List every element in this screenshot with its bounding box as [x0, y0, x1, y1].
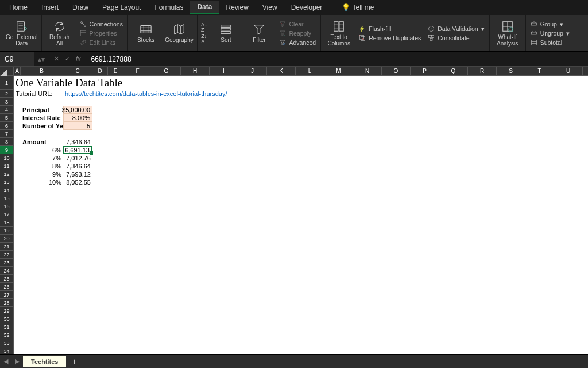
subtotal-button[interactable]: Subtotal — [529, 39, 571, 47]
row-header-34[interactable]: 34 — [0, 347, 14, 354]
row-header-1[interactable]: 1 — [0, 76, 14, 90]
col-header-L[interactable]: L — [296, 67, 324, 76]
row-header-26[interactable]: 26 — [0, 283, 14, 291]
menu-insert[interactable]: Insert — [34, 1, 65, 14]
menu-developer[interactable]: Developer — [284, 1, 330, 14]
years-label[interactable]: Number of Years — [21, 122, 63, 130]
row-header-8[interactable]: 8 — [0, 138, 14, 146]
col-header-F[interactable]: F — [123, 67, 152, 76]
tell-me[interactable]: 💡 Tell me — [335, 1, 381, 14]
col-header-M[interactable]: M — [324, 67, 353, 76]
row-header-19[interactable]: 19 — [0, 227, 14, 235]
col-header-V[interactable]: V — [583, 67, 588, 76]
table-amt[interactable]: 7,693.12 — [63, 170, 92, 178]
row-header-32[interactable]: 32 — [0, 331, 14, 339]
col-header-U[interactable]: U — [554, 67, 583, 76]
tutorial-url[interactable]: https://techtites.com/data-tables-in-exc… — [63, 90, 267, 98]
row-header-5[interactable]: 5 — [0, 114, 14, 122]
what-if-button[interactable]: What-If Analysis — [493, 20, 522, 47]
row-header-20[interactable]: 20 — [0, 235, 14, 243]
menu-home[interactable]: Home — [2, 1, 34, 14]
col-header-O[interactable]: O — [382, 67, 411, 76]
table-amt[interactable]: 7,012.76 — [63, 154, 92, 162]
row-header-9[interactable]: 9 — [0, 146, 14, 154]
col-header-T[interactable]: T — [525, 67, 554, 76]
ungroup-button[interactable]: Ungroup ▾ — [529, 29, 571, 37]
row-header-29[interactable]: 29 — [0, 307, 14, 315]
table-pct[interactable]: 8% — [21, 162, 63, 170]
row-header-33[interactable]: 33 — [0, 339, 14, 347]
col-header-Q[interactable]: Q — [439, 67, 468, 76]
name-box[interactable]: C9 — [0, 52, 34, 66]
row-header-14[interactable]: 14 — [0, 186, 14, 194]
years-value[interactable]: 5 — [63, 122, 92, 130]
row-header-18[interactable]: 18 — [0, 218, 14, 227]
row-header-16[interactable]: 16 — [0, 202, 14, 210]
edit-links-button[interactable]: Edit Links — [79, 39, 124, 47]
sort-button[interactable]: Sort — [211, 23, 240, 43]
add-sheet-button[interactable]: + — [66, 357, 82, 366]
row-header-7[interactable]: 7 — [0, 130, 14, 138]
menu-review[interactable]: Review — [219, 1, 255, 14]
menu-view[interactable]: View — [256, 1, 284, 14]
col-header-J[interactable]: J — [238, 67, 267, 76]
consolidate-button[interactable]: Consolidate — [427, 34, 485, 42]
sheet-tab[interactable]: Techtites — [23, 356, 66, 367]
row-header-10[interactable]: 10 — [0, 154, 14, 162]
table-amt[interactable]: 6,691.13 — [63, 146, 92, 154]
col-header-K[interactable]: K — [267, 67, 296, 76]
row-header-13[interactable]: 13 — [0, 178, 14, 186]
table-amt[interactable]: 8,052.55 — [63, 178, 92, 186]
col-header-E[interactable]: E — [108, 67, 123, 76]
fx-icon[interactable]: fx — [76, 55, 81, 63]
col-header-D[interactable]: D — [92, 67, 108, 76]
table-pct[interactable]: 9% — [21, 170, 63, 178]
connections-button[interactable]: Connections — [79, 20, 124, 28]
row-header-17[interactable]: 17 — [0, 210, 14, 218]
formula-input[interactable]: 6691.127888 — [87, 55, 588, 63]
sort-asc-button[interactable]: A↓Z — [201, 22, 207, 33]
row-header-25[interactable]: 25 — [0, 275, 14, 283]
col-header-H[interactable]: H — [181, 67, 210, 76]
col-header-G[interactable]: G — [152, 67, 181, 76]
clear-button[interactable]: Clear — [278, 20, 317, 28]
row-header-4[interactable]: 4 — [0, 106, 14, 114]
col-header-I[interactable]: I — [210, 67, 238, 76]
select-all-corner[interactable]: ◢ — [0, 67, 14, 76]
cancel-icon[interactable]: ✕ — [54, 55, 59, 63]
row-header-24[interactable]: 24 — [0, 267, 14, 275]
rate-label[interactable]: Interest Rate — [21, 114, 63, 122]
principal-value[interactable]: $5,000.00 — [63, 106, 92, 114]
row-header-31[interactable]: 31 — [0, 323, 14, 331]
tab-next[interactable]: ▶ — [11, 358, 23, 365]
remove-duplicates-button[interactable]: Remove Duplicates — [358, 34, 422, 42]
row-header-3[interactable]: 3 — [0, 98, 14, 106]
rate-value[interactable]: 8.00% — [63, 114, 92, 122]
principal-label[interactable]: Principal — [21, 106, 63, 114]
row-header-30[interactable]: 30 — [0, 315, 14, 323]
col-header-P[interactable]: P — [411, 67, 439, 76]
refresh-all-button[interactable]: Refresh All — [45, 20, 74, 47]
geography-button[interactable]: Geography — [165, 23, 194, 43]
col-header-A[interactable]: A — [14, 67, 21, 76]
col-header-N[interactable]: N — [353, 67, 382, 76]
menu-draw[interactable]: Draw — [65, 1, 95, 14]
confirm-icon[interactable]: ✓ — [65, 55, 70, 63]
title-cell[interactable]: One Variable Data Table — [14, 76, 210, 90]
table-pct[interactable]: 7% — [21, 154, 63, 162]
row-header-12[interactable]: 12 — [0, 170, 14, 178]
sort-desc-button[interactable]: Z↓A — [201, 34, 207, 44]
table-pct[interactable]: 6% — [21, 146, 63, 154]
table-amt[interactable]: 7,346.64 — [63, 162, 92, 170]
row-header-21[interactable]: 21 — [0, 243, 14, 251]
properties-button[interactable]: Properties — [79, 29, 124, 37]
reapply-button[interactable]: Reapply — [278, 29, 317, 37]
tutorial-label[interactable]: Tutorial URL: — [14, 90, 63, 98]
advanced-button[interactable]: Advanced — [278, 39, 317, 47]
flash-fill-button[interactable]: Flash-fill — [358, 25, 422, 33]
col-header-C[interactable]: C — [63, 67, 92, 76]
amount-label[interactable]: Amount — [21, 138, 63, 146]
tab-prev[interactable]: ◀ — [0, 358, 11, 365]
row-header-27[interactable]: 27 — [0, 291, 14, 299]
filter-button[interactable]: Filter — [245, 23, 273, 43]
